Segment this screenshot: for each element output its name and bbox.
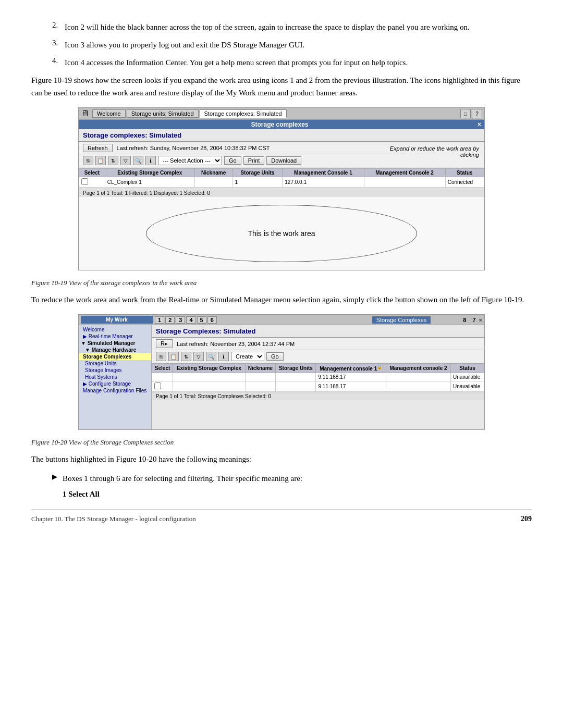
list-text-2: Icon 2 will hide the black banner across… <box>65 21 470 33</box>
table-row-2: 9.11.168.17 Unavailable <box>152 381 484 392</box>
icon-info[interactable]: ℹ <box>145 156 156 165</box>
bullet-arrow: ▶ <box>52 473 63 485</box>
tab-storage-complexes-2[interactable]: Storage Complexes <box>372 316 431 324</box>
list-item-3: 3. Icon 3 allows you to properly log out… <box>52 39 532 51</box>
num-1[interactable]: 1 <box>155 316 164 324</box>
num-5[interactable]: 5 <box>197 316 206 324</box>
sidebar-storage-images[interactable]: Storage Images <box>79 367 151 374</box>
col2-existing: Existing Storage Complex <box>173 364 246 373</box>
sidebar-storage-complexes[interactable]: Storage Complexes <box>79 353 151 360</box>
go-button[interactable]: Go <box>224 156 241 165</box>
list-text-3: Icon 3 allows you to properly log out an… <box>65 39 304 51</box>
icon-sort[interactable]: ⇅ <box>108 156 118 165</box>
icon-btn-1[interactable]: □ <box>460 109 471 118</box>
refresh-bar-2: R▸ Last refresh: November 23, 2004 12:37… <box>152 338 484 350</box>
figure-10-19: 🖥 Welcome Storage units: Simulated Stora… <box>78 107 485 270</box>
window-title: Storage complexes × <box>79 120 484 129</box>
table-row-1: 9.11.168.17 Unavailable <box>152 373 484 381</box>
icon-filter[interactable]: ▽ <box>120 156 131 165</box>
footer-page: 209 <box>521 515 532 523</box>
action-select-2[interactable]: Create <box>231 352 264 361</box>
col2-status: Status <box>451 364 484 373</box>
col-mgmt2: Management Console 2 <box>364 169 445 177</box>
icon-copy[interactable]: ⎘ <box>83 156 93 165</box>
list-num-2: 2. <box>52 21 65 33</box>
tabs-bar: 🖥 Welcome Storage units: Simulated Stora… <box>79 108 484 120</box>
sidebar-manage-config[interactable]: Manage Configuration Files <box>79 387 151 394</box>
bullet-section: ▶ Boxes 1 through 6 are for selecting an… <box>52 473 532 485</box>
num-7-label: 7 <box>472 317 475 323</box>
main-content: Storage Complexes: Simulated R▸ Last ref… <box>152 325 484 429</box>
sidebar-simulated: ▼ Simulated Manager <box>79 340 151 347</box>
icon-btn-c[interactable]: ⇅ <box>181 352 191 361</box>
close-icon[interactable]: × <box>478 121 481 128</box>
sidebar-welcome[interactable]: Welcome <box>79 326 151 333</box>
paragraph-1: Figure 10-19 shows how the screen looks … <box>31 74 532 99</box>
status-bar-2: Page 1 of 1 Total: Storage Complexes Sel… <box>152 392 484 400</box>
close-icon-2[interactable]: × <box>479 317 482 323</box>
col-nickname: Nickname <box>194 169 232 177</box>
bold-select-all: 1 Select All <box>63 490 532 499</box>
icon-btn-b[interactable]: 📋 <box>168 352 179 361</box>
go-button-2[interactable]: Go <box>266 352 284 361</box>
page-footer: Chapter 10. The DS Storage Manager - log… <box>31 509 532 523</box>
num-2[interactable]: 2 <box>165 316 175 324</box>
num-6[interactable]: 6 <box>207 316 217 324</box>
icon-paste[interactable]: 📋 <box>95 156 106 165</box>
tab-storage-complexes[interactable]: Storage complexes: Simulated <box>200 109 287 118</box>
col2-mgmt2: Management console 2 <box>386 364 450 373</box>
sidebar-storage-units[interactable]: Storage Units <box>79 360 151 367</box>
cell-status-1: Unavailable <box>451 373 484 381</box>
list-num-3: 3. <box>52 39 65 51</box>
col-storage-units: Storage Units <box>232 169 283 177</box>
cell-status-2: Unavailable <box>451 381 484 392</box>
num-3[interactable]: 3 <box>176 316 185 324</box>
col-existing: Existing Storage Complex <box>105 169 194 177</box>
status-bar: Page 1 of 1 Total: 1 Filtered: 1 Display… <box>79 189 484 197</box>
cell-nickname <box>194 177 232 188</box>
col-mgmt1: Management Console 1 <box>283 169 364 177</box>
col-status: Status <box>445 169 484 177</box>
section-heading: Storage complexes: Simulated <box>79 129 484 142</box>
sidebar: Welcome ▶ Real-time Manager ▼ Simulated … <box>79 325 152 429</box>
col2-mgmt1: Management console 1🔒 <box>316 364 386 373</box>
cell-storage-units: 1 <box>232 177 283 188</box>
icon-search[interactable]: 🔍 <box>133 156 143 165</box>
refresh-button[interactable]: Refresh <box>83 144 113 152</box>
icon-btn-f[interactable]: ℹ <box>218 352 229 361</box>
action-select[interactable]: --- Select Action --- <box>158 156 222 165</box>
bullet-text-1: Boxes 1 through 6 are for selecting and … <box>63 473 302 485</box>
refresh-button-2[interactable]: R▸ <box>156 339 173 348</box>
list-text-4: Icon 4 accesses the Information Center. … <box>65 56 408 69</box>
num-8-label: 8 <box>463 317 466 323</box>
sidebar-host-systems[interactable]: Host Systems <box>79 374 151 380</box>
row2-checkbox[interactable] <box>154 382 161 389</box>
icon-btn-e[interactable]: 🔍 <box>206 352 216 361</box>
expand-label: Expand or reduce the work area by clicki… <box>375 145 479 158</box>
sidebar-realtime[interactable]: ▶ Real-time Manager <box>79 333 151 340</box>
cell-ip-2: 9.11.168.17 <box>316 381 386 392</box>
table-row: CL_Complex 1 1 127.0.0.1 Connected <box>79 177 484 188</box>
main-heading: Storage Complexes: Simulated <box>152 325 484 338</box>
numbers-bar: My Work 1 2 3 4 5 6 Storage Complexes 8 … <box>79 315 484 325</box>
tab-welcome[interactable]: Welcome <box>92 109 126 118</box>
col2-storage-units: Storage Units <box>276 364 316 373</box>
figure-10-20: My Work 1 2 3 4 5 6 Storage Complexes 8 … <box>78 314 485 430</box>
cell-complex: CL_Complex 1 <box>105 177 194 188</box>
icon-btn-2[interactable]: ? <box>472 109 482 118</box>
icon-btn-d[interactable]: ▽ <box>193 352 204 361</box>
col2-nickname: Nickname <box>245 364 276 373</box>
tab-storage-units[interactable]: Storage units: Simulated <box>127 109 199 118</box>
sidebar-configure[interactable]: ▶ Configure Storage <box>79 380 151 387</box>
fig2-caption: Figure 10-20 View of the Storage Complex… <box>31 438 532 447</box>
footer-chapter: Chapter 10. The DS Storage Manager - log… <box>31 515 196 523</box>
app-icon: 🖥 <box>81 109 89 118</box>
cell-ip-1: 9.11.168.17 <box>316 373 386 381</box>
row-checkbox[interactable] <box>81 178 88 185</box>
paragraph-2: To reduce the work area and work from th… <box>31 293 532 306</box>
print-button[interactable]: Print <box>243 156 265 165</box>
cell-status: Connected <box>445 177 484 188</box>
num-4[interactable]: 4 <box>186 316 195 324</box>
download-button[interactable]: Download <box>266 156 301 165</box>
icon-btn-a[interactable]: ⎘ <box>156 352 166 361</box>
